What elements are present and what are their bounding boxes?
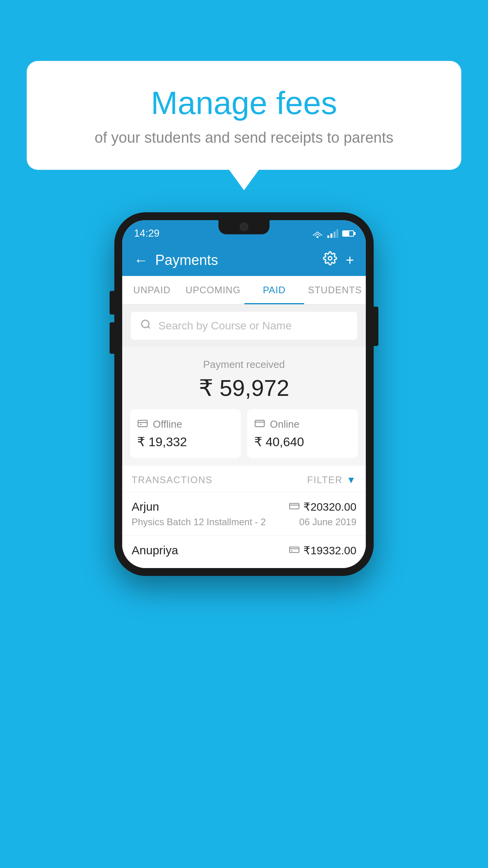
- back-button[interactable]: ←: [134, 252, 148, 268]
- phone-screen: 14:29: [122, 220, 366, 568]
- payment-cards: Offline ₹ 19,332: [130, 409, 358, 458]
- transaction-name: Arjun: [132, 500, 159, 513]
- transaction-amount: ₹19332.00: [303, 544, 356, 557]
- filter-button[interactable]: FILTER ▼: [307, 474, 356, 485]
- online-card-header: Online: [254, 418, 299, 430]
- tab-paid[interactable]: PAID: [244, 276, 304, 304]
- svg-rect-5: [334, 232, 336, 238]
- offline-card-header: Offline: [137, 418, 182, 430]
- svg-rect-13: [255, 420, 264, 427]
- status-icons: [312, 229, 354, 238]
- transaction-amount-wrap: ₹20320.00: [289, 500, 356, 513]
- bubble-subtitle: of your students and send receipts to pa…: [58, 129, 430, 146]
- phone-camera: [240, 223, 248, 231]
- svg-rect-10: [138, 420, 147, 427]
- offline-icon: [137, 418, 148, 430]
- svg-rect-17: [290, 547, 299, 553]
- transactions-header: TRANSACTIONS FILTER ▼: [122, 466, 366, 492]
- transaction-amount: ₹20320.00: [303, 500, 356, 513]
- svg-rect-3: [327, 235, 329, 238]
- transactions-label: TRANSACTIONS: [132, 474, 213, 485]
- svg-rect-4: [330, 234, 332, 238]
- header-left: ← Payments: [134, 252, 218, 268]
- tab-upcoming[interactable]: UPCOMING: [182, 276, 244, 304]
- svg-line-9: [148, 326, 150, 328]
- header-right: +: [323, 251, 354, 269]
- battery-fill: [343, 231, 349, 236]
- svg-rect-15: [290, 504, 299, 509]
- search-box[interactable]: Search by Course or Name: [131, 312, 357, 340]
- svg-point-8: [142, 320, 149, 328]
- svg-rect-6: [336, 229, 338, 238]
- search-placeholder: Search by Course or Name: [158, 320, 292, 332]
- signal-icon: [327, 229, 338, 238]
- transaction-card-icon: [289, 501, 299, 512]
- speech-bubble-container: Manage fees of your students and send re…: [27, 61, 461, 170]
- transaction-top: Anupriya ₹19332.00: [132, 544, 356, 557]
- offline-card: Offline ₹ 19,332: [130, 409, 241, 458]
- battery-icon: [342, 230, 354, 237]
- add-button[interactable]: +: [346, 252, 354, 268]
- side-button-volume-up: [110, 291, 114, 314]
- offline-label: Offline: [153, 418, 182, 430]
- payment-amount: ₹ 59,972: [130, 375, 358, 401]
- side-button-volume-down: [110, 322, 114, 354]
- status-time: 14:29: [134, 227, 160, 239]
- online-icon: [254, 418, 265, 430]
- online-card: Online ₹ 40,640: [247, 409, 358, 458]
- search-container: Search by Course or Name: [122, 305, 366, 347]
- tab-unpaid[interactable]: UNPAID: [122, 276, 182, 304]
- settings-icon[interactable]: [323, 251, 337, 269]
- payment-summary: Payment received ₹ 59,972: [122, 347, 366, 466]
- app-header: ← Payments +: [122, 244, 366, 276]
- filter-icon: ▼: [347, 474, 356, 485]
- tab-students[interactable]: STUDENTS: [304, 276, 366, 304]
- phone-notch: [218, 220, 270, 234]
- side-button-power: [374, 307, 378, 346]
- wifi-icon: [312, 229, 323, 238]
- phone-outer: 14:29: [114, 212, 374, 576]
- online-label: Online: [270, 418, 299, 430]
- transaction-detail: Physics Batch 12 Installment - 2: [132, 517, 266, 528]
- transaction-amount-wrap: ₹19332.00: [289, 544, 356, 557]
- transaction-offline-icon: [289, 545, 299, 556]
- transaction-name: Anupriya: [132, 544, 178, 557]
- transaction-date: 06 June 2019: [299, 517, 356, 528]
- transaction-top: Arjun ₹20320.00: [132, 500, 356, 513]
- transaction-bottom: Physics Batch 12 Installment - 2 06 June…: [132, 517, 356, 528]
- online-amount: ₹ 40,640: [254, 434, 304, 449]
- payment-label: Payment received: [130, 359, 358, 371]
- tabs-container: UNPAID UPCOMING PAID STUDENTS: [122, 276, 366, 305]
- page-title: Payments: [155, 252, 218, 268]
- transaction-row[interactable]: Arjun ₹20320.00 Physics: [122, 492, 366, 535]
- bubble-title: Manage fees: [58, 85, 430, 121]
- svg-point-2: [317, 236, 319, 238]
- filter-label: FILTER: [307, 474, 343, 485]
- transaction-row[interactable]: Anupriya ₹19332.00: [122, 535, 366, 568]
- search-icon: [140, 319, 151, 333]
- offline-amount: ₹ 19,332: [137, 434, 187, 449]
- phone-mockup: 14:29: [114, 212, 374, 576]
- speech-bubble: Manage fees of your students and send re…: [27, 61, 461, 170]
- svg-point-7: [328, 257, 332, 260]
